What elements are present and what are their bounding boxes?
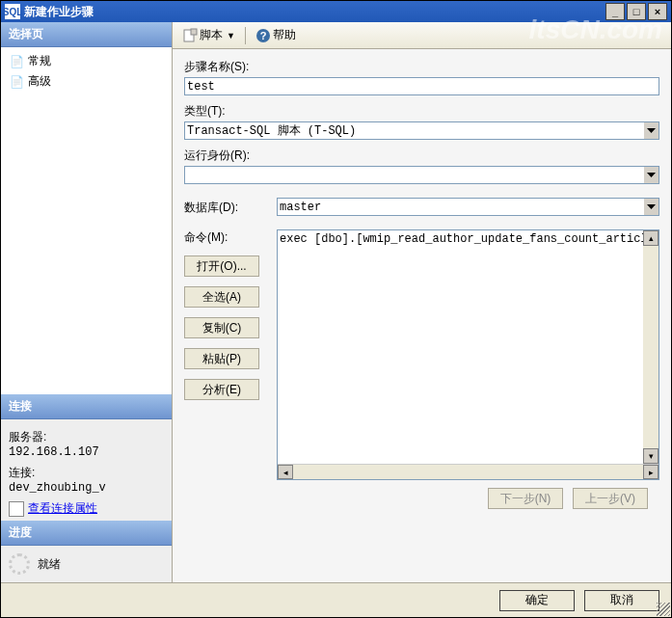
maximize-button[interactable]: □ bbox=[627, 3, 646, 20]
connection-section: 服务器: 192.168.1.107 连接: dev_zhoubing_v 查看… bbox=[1, 419, 172, 521]
next-step-button[interactable]: 下一步(N) bbox=[488, 488, 563, 509]
properties-icon bbox=[9, 501, 24, 517]
minimize-button[interactable]: _ bbox=[605, 3, 625, 20]
cancel-button[interactable]: 取消 bbox=[584, 590, 659, 611]
help-button[interactable]: ? 帮助 bbox=[252, 25, 300, 45]
run-as-select[interactable] bbox=[184, 166, 659, 184]
form-area: 步骤名称(S): 类型(T): Transact-SQL 脚本 (T-SQL) … bbox=[173, 49, 671, 582]
window-title: 新建作业步骤 bbox=[24, 4, 605, 20]
scroll-down-icon[interactable]: ▾ bbox=[643, 448, 659, 464]
page-tree: 📄 常规 📄 高级 bbox=[1, 47, 172, 95]
toolbar-label: 帮助 bbox=[273, 27, 296, 43]
connection-label: 连接: bbox=[9, 465, 164, 481]
right-panel: 脚本 ▼ ? 帮助 步骤名称(S): 类型(T): bbox=[173, 22, 671, 582]
connection-header: 连接 bbox=[1, 394, 172, 419]
command-label: 命令(M): bbox=[184, 229, 267, 246]
link-label: 查看连接属性 bbox=[28, 500, 97, 517]
page-icon: 📄 bbox=[9, 74, 24, 90]
dialog-body: 选择页 📄 常规 📄 高级 连接 服务器: 192.168.1.107 bbox=[1, 22, 671, 582]
svg-text:?: ? bbox=[260, 30, 267, 41]
left-panel: 选择页 📄 常规 📄 高级 连接 服务器: 192.168.1.107 bbox=[1, 22, 173, 582]
tree-label: 高级 bbox=[28, 73, 51, 90]
server-label: 服务器: bbox=[9, 429, 164, 445]
toolbar-separator bbox=[245, 27, 246, 44]
tree-item-advanced[interactable]: 📄 高级 bbox=[5, 71, 168, 92]
scroll-left-icon[interactable]: ◂ bbox=[278, 465, 293, 479]
command-editor: ▴ ▾ ◂ ▸ bbox=[277, 229, 659, 480]
server-value: 192.168.1.107 bbox=[9, 445, 164, 459]
select-all-button[interactable]: 全选(A) bbox=[184, 286, 259, 308]
script-button[interactable]: 脚本 ▼ bbox=[178, 25, 239, 45]
ok-button[interactable]: 确定 bbox=[499, 590, 575, 611]
close-button[interactable]: × bbox=[648, 3, 667, 20]
open-button[interactable]: 打开(O)... bbox=[184, 255, 259, 277]
run-as-label: 运行身份(R): bbox=[184, 148, 659, 164]
scroll-right-icon[interactable]: ▸ bbox=[643, 465, 659, 479]
app-icon: SQL bbox=[5, 4, 20, 19]
script-icon bbox=[182, 28, 198, 43]
copy-button[interactable]: 复制(C) bbox=[184, 317, 259, 338]
page-icon: 📄 bbox=[9, 54, 24, 69]
parse-button[interactable]: 分析(E) bbox=[184, 379, 259, 400]
vertical-scrollbar[interactable]: ▴ ▾ bbox=[643, 230, 659, 464]
type-label: 类型(T): bbox=[184, 103, 659, 120]
database-select[interactable]: master bbox=[277, 198, 659, 216]
resize-grip[interactable] bbox=[657, 603, 670, 616]
tree-label: 常规 bbox=[28, 53, 51, 69]
scroll-up-icon[interactable]: ▴ bbox=[643, 230, 659, 246]
type-select[interactable]: Transact-SQL 脚本 (T-SQL) bbox=[184, 121, 659, 140]
progress-header: 进度 bbox=[1, 521, 172, 546]
paste-button[interactable]: 粘贴(P) bbox=[184, 348, 259, 369]
chevron-down-icon: ▼ bbox=[227, 31, 235, 40]
progress-spinner-icon bbox=[9, 553, 30, 575]
horizontal-scrollbar[interactable]: ◂ ▸ bbox=[278, 464, 659, 479]
toolbar-label: 脚本 bbox=[200, 27, 223, 43]
connection-value: dev_zhoubing_v bbox=[9, 481, 164, 495]
help-icon: ? bbox=[255, 28, 271, 43]
progress-status: 就绪 bbox=[38, 556, 61, 573]
prev-step-button[interactable]: 上一步(V) bbox=[573, 488, 648, 509]
command-textarea[interactable] bbox=[278, 230, 643, 464]
database-label: 数据库(D): bbox=[184, 198, 267, 216]
tree-blank bbox=[1, 95, 172, 394]
step-name-input[interactable] bbox=[184, 77, 659, 95]
progress-section: 就绪 bbox=[1, 546, 172, 582]
svg-rect-1 bbox=[191, 29, 197, 35]
toolbar: 脚本 ▼ ? 帮助 bbox=[173, 22, 671, 49]
tree-item-general[interactable]: 📄 常规 bbox=[5, 51, 168, 71]
titlebar[interactable]: SQL 新建作业步骤 _ □ × bbox=[1, 1, 671, 22]
dialog-footer: 确定 取消 bbox=[1, 582, 671, 617]
window: SQL 新建作业步骤 _ □ × itsCN.com 选择页 📄 常规 📄 高级 bbox=[0, 0, 672, 618]
select-page-header: 选择页 bbox=[1, 22, 172, 47]
step-name-label: 步骤名称(S): bbox=[184, 59, 659, 75]
view-connection-properties-link[interactable]: 查看连接属性 bbox=[9, 500, 164, 517]
